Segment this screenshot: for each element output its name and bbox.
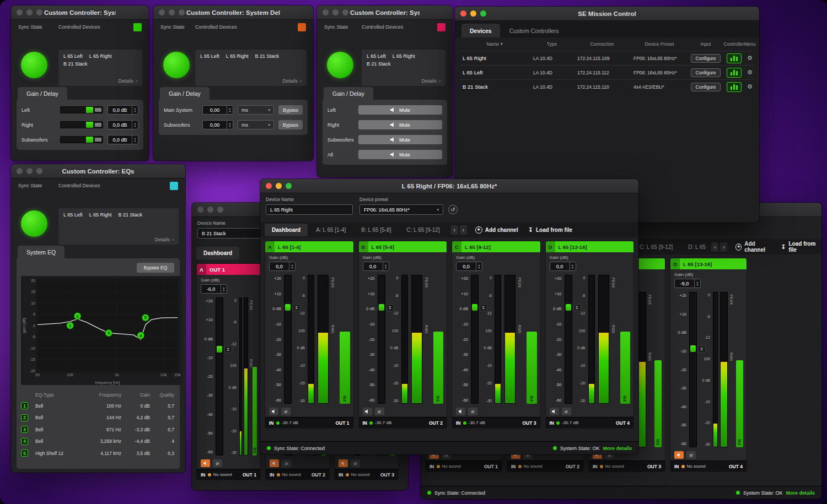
- gain-slider[interactable]: [60, 121, 103, 128]
- column-header[interactable]: Controller: [723, 41, 745, 47]
- sum-sigma-badge[interactable]: Σ: [224, 346, 232, 353]
- tab-scroll-left-icon[interactable]: ‹: [711, 242, 718, 252]
- controller-button[interactable]: [727, 82, 742, 92]
- controller-button[interactable]: [727, 68, 742, 78]
- tab-scroll-left-icon[interactable]: ‹: [451, 225, 458, 235]
- column-header[interactable]: Connection: [574, 41, 630, 47]
- titlebar[interactable]: SE Mission Control: [455, 7, 759, 21]
- window-zoom-button[interactable]: [217, 207, 223, 213]
- titlebar[interactable]: Custom Controller: System Mutes: [317, 6, 453, 20]
- sync-state-indicator[interactable]: [163, 52, 190, 78]
- window-close-button[interactable]: [460, 10, 466, 17]
- stepper-arrows-icon[interactable]: ▴▾: [289, 262, 295, 270]
- table-row[interactable]: L 65 RightLA 10.4D172.24.115.109FP06: 16…: [459, 51, 755, 65]
- sum-sigma-badge[interactable]: Σ: [293, 304, 300, 311]
- slider-handle[interactable]: [86, 122, 93, 128]
- bypass-button[interactable]: Bypass: [278, 105, 303, 115]
- configure-button[interactable]: Configure: [691, 68, 721, 77]
- window-minimize-button[interactable]: [26, 9, 33, 15]
- polarity-button[interactable]: ⌀: [281, 408, 291, 415]
- stepper-arrows-icon[interactable]: ▴▾: [570, 262, 576, 270]
- tab-dashboard[interactable]: Dashboard: [196, 247, 239, 259]
- add-channel-button[interactable]: + Add channel: [475, 226, 518, 234]
- delay-value-stepper[interactable]: 0,00▴▾: [202, 105, 233, 115]
- fader[interactable]: Σ: [284, 275, 292, 404]
- column-header[interactable]: Input: [689, 41, 723, 47]
- mute-button[interactable]: Mute: [358, 120, 442, 129]
- tab-gain-delay[interactable]: Gain / Delay: [324, 87, 373, 100]
- sync-state-indicator[interactable]: [327, 52, 353, 78]
- tab-scroll-right-icon[interactable]: ›: [720, 242, 727, 252]
- more-details-link[interactable]: More details: [786, 490, 815, 496]
- sync-state-indicator[interactable]: [21, 52, 47, 78]
- mute-button[interactable]: [270, 459, 279, 467]
- gain-stepper[interactable]: -9,0▴▾: [674, 279, 701, 288]
- eq-band-row[interactable]: 4Bell3,258 kHz-4,4 dB4: [21, 436, 175, 448]
- details-link[interactable]: Details›: [421, 78, 441, 84]
- polarity-button[interactable]: ⌀: [686, 451, 696, 459]
- fader-handle[interactable]: [690, 345, 696, 352]
- bypass-button[interactable]: Bypass: [278, 120, 303, 129]
- sum-sigma-badge[interactable]: Σ: [698, 345, 706, 353]
- menu-gear-icon[interactable]: ⚙: [745, 69, 755, 76]
- eq-graph[interactable]: 20151050-5-10-15-20201001k10k20kgain [dB…: [21, 276, 182, 385]
- fader[interactable]: Σ: [689, 292, 697, 447]
- tab-channel-c[interactable]: C: L 65 [9-12]: [632, 241, 680, 253]
- mute-button[interactable]: [456, 408, 465, 415]
- fader[interactable]: Σ: [378, 275, 385, 404]
- stepper-arrows-icon[interactable]: ▴▾: [227, 121, 233, 129]
- stepper-arrows-icon[interactable]: ▴▾: [132, 136, 138, 144]
- mute-button[interactable]: Mute: [358, 135, 442, 144]
- gain-stepper[interactable]: 0,0▴▾: [269, 262, 296, 271]
- tab-dashboard[interactable]: Dashboard: [265, 224, 308, 236]
- menu-gear-icon[interactable]: ⚙: [745, 55, 755, 62]
- eq-band-row[interactable]: 5High Shelf 124,117 kHz3,5 dB0,3: [21, 447, 175, 459]
- gain-value-stepper[interactable]: 0,0 dB▴▾: [108, 120, 138, 129]
- load-from-file-button[interactable]: ↧ Load from file: [781, 241, 817, 253]
- gain-slider[interactable]: [60, 106, 103, 113]
- details-link[interactable]: Details›: [154, 237, 174, 242]
- tab-channel-b[interactable]: B: L 65 [5-8]: [354, 224, 398, 236]
- gain-stepper[interactable]: 0,0▴▾: [363, 262, 389, 271]
- fader-handle[interactable]: [379, 304, 384, 311]
- tab-channel-c[interactable]: C: L 65 [9-12]: [399, 224, 447, 236]
- column-header[interactable]: Type: [530, 41, 574, 47]
- device-preset-select[interactable]: FP06: 16xL65 80Hz* ▾: [359, 204, 443, 215]
- channel-header[interactable]: DL 65 [13-16]: [546, 241, 634, 252]
- tab-custom-controllers[interactable]: Custom Controllers: [501, 24, 567, 37]
- tab-devices[interactable]: Devices: [461, 24, 500, 37]
- window-minimize-button[interactable]: [332, 9, 339, 15]
- channel-header[interactable]: AL 65 [1-4]: [265, 241, 353, 252]
- window-zoom-button[interactable]: [36, 9, 42, 15]
- controller-button[interactable]: [727, 53, 742, 63]
- fader[interactable]: Σ: [216, 297, 223, 456]
- stepper-arrows-icon[interactable]: ▴▾: [132, 121, 138, 129]
- titlebar[interactable]: L 65 Right / FP06: 16xL65 80Hz*: [260, 179, 638, 193]
- eq-band-row[interactable]: 1Bell100 Hz0 dB0,7: [21, 400, 175, 412]
- mute-button[interactable]: [550, 408, 559, 415]
- tab-gain-delay[interactable]: Gain / Delay: [160, 87, 210, 100]
- polarity-button[interactable]: ⌀: [468, 408, 477, 415]
- gain-stepper[interactable]: 0,0▴▾: [456, 262, 482, 271]
- fader-handle[interactable]: [472, 304, 477, 311]
- polarity-button[interactable]: ⌀: [213, 459, 222, 467]
- polarity-button[interactable]: ⌀: [375, 408, 384, 415]
- table-row[interactable]: B 21 StackLA 10.4D172.24.115.1104x4 AES/…: [459, 79, 755, 94]
- unit-select[interactable]: ms▾: [238, 120, 274, 129]
- fader-handle[interactable]: [217, 346, 222, 353]
- channel-header[interactable]: CL 65 [9-12]: [452, 241, 540, 252]
- eq-point-handle[interactable]: 2: [74, 312, 81, 319]
- mute-button[interactable]: [269, 408, 278, 415]
- window-zoom-button[interactable]: [286, 183, 292, 189]
- fader-handle[interactable]: [285, 304, 291, 311]
- sum-sigma-badge[interactable]: Σ: [480, 304, 487, 311]
- polarity-button[interactable]: ⌀: [282, 459, 291, 467]
- stepper-arrows-icon[interactable]: ▴▾: [132, 106, 138, 114]
- tab-channel-d[interactable]: D: L 65 [13-16]: [681, 241, 707, 253]
- mute-button[interactable]: Mute: [358, 150, 442, 159]
- bypass-eq-button[interactable]: Bypass EQ: [137, 263, 174, 273]
- fader[interactable]: Σ: [565, 275, 572, 404]
- configure-button[interactable]: Configure: [691, 83, 721, 91]
- window-minimize-button[interactable]: [470, 10, 476, 17]
- sort-icon[interactable]: ▾: [501, 42, 503, 46]
